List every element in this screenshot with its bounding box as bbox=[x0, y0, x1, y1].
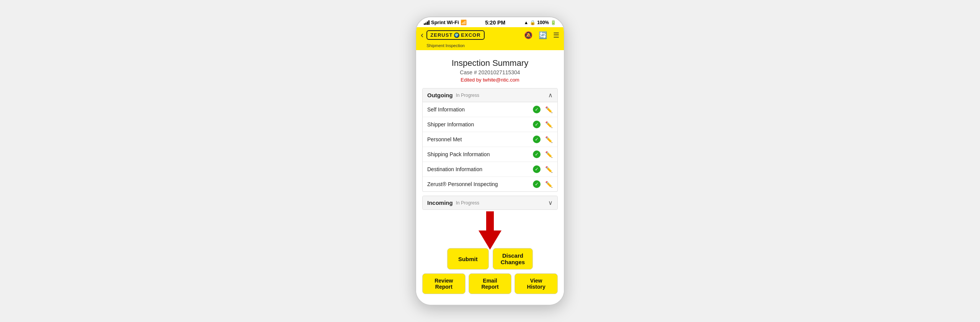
check-icon-shipping: ✓ bbox=[533, 150, 541, 158]
logo-zerust: ZERUST bbox=[430, 32, 452, 38]
lock-icon: 🔒 bbox=[530, 20, 536, 25]
status-right: ▲ 🔒 100% 🔋 bbox=[524, 20, 556, 25]
outgoing-section-header[interactable]: Outgoing In Progress ∧ bbox=[422, 88, 558, 102]
review-report-button[interactable]: Review Report bbox=[422, 273, 466, 294]
view-history-button[interactable]: View History bbox=[514, 273, 558, 294]
shipment-label: Shipment Inspection bbox=[416, 43, 564, 50]
list-item[interactable]: Self Information ✓ ✏️ bbox=[423, 102, 557, 117]
page-title: Inspection Summary bbox=[422, 58, 558, 69]
status-left: Sprint Wi-Fi 📶 bbox=[424, 20, 467, 25]
check-icon-shipper: ✓ bbox=[533, 121, 541, 128]
logo-excor: EXCOR bbox=[461, 32, 480, 38]
list-item[interactable]: Shipping Pack Information ✓ ✏️ bbox=[423, 147, 557, 162]
item-label-self: Self Information bbox=[427, 106, 533, 113]
globe-icon: 🌍 bbox=[454, 33, 459, 38]
bell-icon[interactable]: 🔕 bbox=[524, 31, 532, 39]
carrier-label: Sprint Wi-Fi bbox=[431, 20, 459, 25]
list-item[interactable]: Zerust® Personnel Inspecting ✓ ✏️ bbox=[423, 177, 557, 191]
time-label: 5:20 PM bbox=[485, 20, 505, 26]
item-label-shipping: Shipping Pack Information bbox=[427, 151, 533, 157]
item-label-personnel: Personnel Met bbox=[427, 136, 533, 142]
outgoing-status: In Progress bbox=[456, 93, 479, 98]
edit-icon-personnel[interactable]: ✏️ bbox=[545, 136, 553, 143]
check-icon-personnel: ✓ bbox=[533, 136, 541, 143]
primary-buttons-row: Submit Discard Changes bbox=[422, 248, 558, 270]
menu-icon[interactable]: ☰ bbox=[553, 31, 559, 39]
nav-bar: ‹ ZERUST 🌍 EXCOR 🔕 🔄 ☰ bbox=[416, 27, 564, 43]
discard-button[interactable]: Discard Changes bbox=[493, 248, 533, 270]
signal-icon: ▲ bbox=[524, 20, 528, 25]
battery-label: 100% bbox=[537, 20, 549, 25]
edit-icon-shipper[interactable]: ✏️ bbox=[545, 121, 553, 128]
list-item[interactable]: Destination Information ✓ ✏️ bbox=[423, 162, 557, 177]
check-icon-zerust: ✓ bbox=[533, 180, 541, 188]
status-bar: Sprint Wi-Fi 📶 5:20 PM ▲ 🔒 100% 🔋 bbox=[416, 17, 564, 27]
refresh-icon[interactable]: 🔄 bbox=[539, 31, 547, 39]
outgoing-title: Outgoing bbox=[427, 92, 453, 98]
arrow-annotation bbox=[422, 215, 558, 246]
page-editor: Edited by twhite@ntic.com bbox=[422, 77, 558, 83]
email-report-button[interactable]: Email Report bbox=[469, 273, 512, 294]
list-item[interactable]: Personnel Met ✓ ✏️ bbox=[423, 132, 557, 147]
incoming-chevron: ∨ bbox=[548, 199, 553, 206]
check-icon-self: ✓ bbox=[533, 106, 541, 113]
edit-icon-zerust[interactable]: ✏️ bbox=[545, 181, 553, 188]
svg-marker-0 bbox=[479, 211, 501, 250]
incoming-status: In Progress bbox=[456, 200, 479, 206]
page-content: Inspection Summary Case # 20201027115304… bbox=[416, 50, 564, 305]
item-label-zerust: Zerust® Personnel Inspecting bbox=[427, 181, 533, 187]
wifi-icon: 📶 bbox=[461, 20, 467, 25]
edit-icon-shipping[interactable]: ✏️ bbox=[545, 151, 553, 158]
outgoing-chevron: ∧ bbox=[548, 92, 553, 99]
list-item[interactable]: Shipper Information ✓ ✏️ bbox=[423, 117, 557, 132]
phone-container: Sprint Wi-Fi 📶 5:20 PM ▲ 🔒 100% 🔋 ‹ ZERU… bbox=[415, 16, 565, 306]
edit-icon-destination[interactable]: ✏️ bbox=[545, 166, 553, 173]
incoming-title: Incoming bbox=[427, 199, 453, 206]
page-case: Case # 20201027115304 bbox=[422, 69, 558, 75]
edit-icon-self[interactable]: ✏️ bbox=[545, 106, 553, 113]
check-icon-destination: ✓ bbox=[533, 165, 541, 173]
nav-logo: ZERUST 🌍 EXCOR bbox=[426, 30, 484, 40]
outgoing-list: Self Information ✓ ✏️ Shipper Informatio… bbox=[422, 102, 558, 192]
item-label-shipper: Shipper Information bbox=[427, 121, 533, 127]
back-button[interactable]: ‹ bbox=[421, 30, 423, 40]
signal-bars bbox=[424, 20, 430, 25]
incoming-section-header[interactable]: Incoming In Progress ∨ bbox=[422, 196, 558, 210]
item-label-destination: Destination Information bbox=[427, 166, 533, 172]
secondary-buttons-row: Review Report Email Report View History bbox=[422, 273, 558, 300]
nav-actions: 🔕 🔄 ☰ bbox=[524, 31, 559, 39]
red-arrow-icon bbox=[475, 211, 505, 250]
submit-button[interactable]: Submit bbox=[447, 248, 489, 270]
battery-icon: 🔋 bbox=[550, 20, 556, 25]
